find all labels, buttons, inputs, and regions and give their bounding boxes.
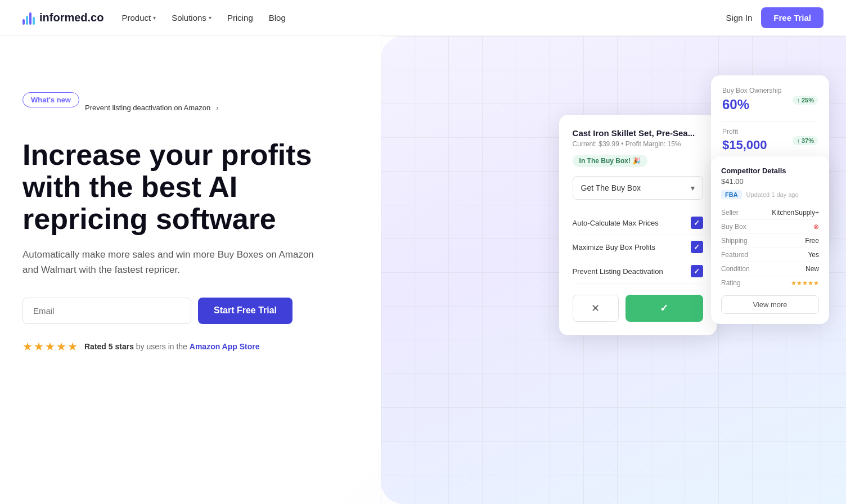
comp-row-rating: Rating ★★★★★	[721, 276, 819, 290]
logo-bar-4	[33, 17, 35, 25]
chevron-right-icon: ›	[216, 104, 218, 112]
logo-bar-2	[26, 16, 28, 25]
competitor-badges: FBA Updated 1 day ago	[721, 190, 819, 199]
nav-link-solutions[interactable]: Solutions ▾	[172, 13, 212, 22]
logo-bar-3	[29, 12, 32, 25]
confirm-button[interactable]: ✓	[626, 295, 703, 322]
comp-row-buybox: Buy Box ⊗	[721, 220, 819, 234]
comp-row-shipping: Shipping Free	[721, 234, 819, 248]
email-input[interactable]	[22, 298, 191, 324]
competitor-updated: Updated 1 day ago	[746, 191, 799, 198]
chevron-down-icon: ▾	[691, 183, 695, 192]
profit-label: Profit	[722, 128, 767, 136]
comp-row-featured: Featured Yes	[721, 248, 819, 262]
logo-bar-1	[22, 19, 25, 25]
feature-row-1: Auto-Calculate Max Prices	[573, 211, 703, 235]
email-row: Start Free Trial	[22, 298, 440, 324]
view-more-button[interactable]: View more	[721, 295, 819, 314]
sign-in-link[interactable]: Sign In	[726, 13, 753, 22]
chevron-down-icon: ▾	[153, 15, 156, 21]
product-meta: Current: $39.99 • Profit Margin: 15%	[573, 140, 703, 148]
product-card: Cast Iron Skillet Set, Pre-Sea... Curren…	[559, 115, 717, 335]
feature-label-2: Maximize Buy Box Profits	[573, 243, 655, 251]
nav-links: Product ▾ Solutions ▾ Pricing Blog	[122, 13, 285, 22]
hero-subtitle: Automatically make more sales and win mo…	[22, 247, 315, 277]
nav-link-pricing[interactable]: Pricing	[227, 13, 253, 22]
buy-box-ownership-badge: ↑ 25%	[793, 96, 818, 105]
start-free-trial-button[interactable]: Start Free Trial	[198, 298, 292, 324]
hero-heading: Increase your profits with the best AI r…	[22, 139, 440, 236]
logo[interactable]: informed.co	[22, 11, 104, 25]
star-rating: ★ ★ ★ ★ ★	[22, 340, 78, 353]
stats-row-2: Profit $15,000 ↑ 37%	[722, 128, 818, 154]
divider	[722, 122, 818, 122]
hero-right: Buy Box Ownership 60% ↑ 25% Profit $15,0…	[463, 70, 824, 335]
feature-row-3: Prevent Listing Deactivation	[573, 259, 703, 284]
stats-row-1: Buy Box Ownership 60% ↑ 25%	[722, 87, 818, 114]
profit-badge: ↑ 37%	[793, 136, 818, 145]
checkbox-2[interactable]	[691, 241, 703, 253]
buy-box-ownership-value: 60%	[722, 97, 781, 112]
feature-label-3: Prevent Listing Deactivation	[573, 267, 663, 276]
nav-link-blog[interactable]: Blog	[269, 13, 286, 22]
stats-section-2: Profit $15,000	[722, 128, 767, 154]
competitor-card: Competitor Details $41.00 FBA Updated 1 …	[711, 156, 829, 324]
buy-box-badge: In The Buy Box! 🎉	[573, 155, 648, 167]
strategy-dropdown[interactable]: Get The Buy Box ▾	[573, 176, 703, 200]
competitor-title: Competitor Details	[721, 166, 819, 175]
star-2: ★	[34, 340, 44, 353]
action-row: ✕ ✓	[573, 295, 703, 322]
star-3: ★	[45, 340, 55, 353]
product-title: Cast Iron Skillet Set, Pre-Sea...	[573, 128, 703, 138]
navbar: informed.co Product ▾ Solutions ▾ Pricin…	[0, 0, 846, 36]
nav-link-product[interactable]: Product ▾	[122, 13, 156, 22]
free-trial-button[interactable]: Free Trial	[761, 7, 824, 28]
whats-new-row: What's new Prevent listing deactivation …	[22, 92, 440, 123]
strategy-text: Get The Buy Box	[581, 183, 641, 192]
rating-suffix: by users in the	[136, 342, 187, 351]
nav-right: Sign In Free Trial	[726, 7, 824, 28]
buy-box-ownership-label: Buy Box Ownership	[722, 87, 781, 94]
rating-text: Rated 5 stars by users in the Amazon App…	[84, 342, 260, 351]
feature-row-2: Maximize Buy Box Profits	[573, 235, 703, 259]
chevron-down-icon: ▾	[209, 15, 212, 21]
logo-icon	[22, 11, 35, 25]
whats-new-badge[interactable]: What's new	[22, 92, 79, 107]
nav-left: informed.co Product ▾ Solutions ▾ Pricin…	[22, 11, 286, 25]
fba-badge: FBA	[721, 190, 742, 199]
competitor-price: $41.00	[721, 177, 819, 186]
comp-row-condition: Condition New	[721, 262, 819, 276]
checkbox-3[interactable]	[691, 265, 703, 277]
feature-label-1: Auto-Calculate Max Prices	[573, 219, 659, 227]
checkbox-1[interactable]	[691, 217, 703, 229]
stats-section-1: Buy Box Ownership 60%	[722, 87, 781, 114]
hero-section: What's new Prevent listing deactivation …	[0, 36, 846, 504]
profit-value: $15,000	[722, 138, 767, 152]
amazon-app-store-link[interactable]: Amazon App Store	[190, 342, 260, 351]
comp-row-seller: Seller KitchenSupply+	[721, 206, 819, 220]
cancel-button[interactable]: ✕	[573, 295, 619, 322]
star-4: ★	[56, 340, 66, 353]
logo-text: informed.co	[39, 11, 104, 24]
rating-row: ★ ★ ★ ★ ★ Rated 5 stars by users in the …	[22, 340, 440, 353]
star-5: ★	[68, 340, 78, 353]
whats-new-text: Prevent listing deactivation on Amazon	[85, 104, 210, 112]
star-1: ★	[22, 340, 33, 353]
